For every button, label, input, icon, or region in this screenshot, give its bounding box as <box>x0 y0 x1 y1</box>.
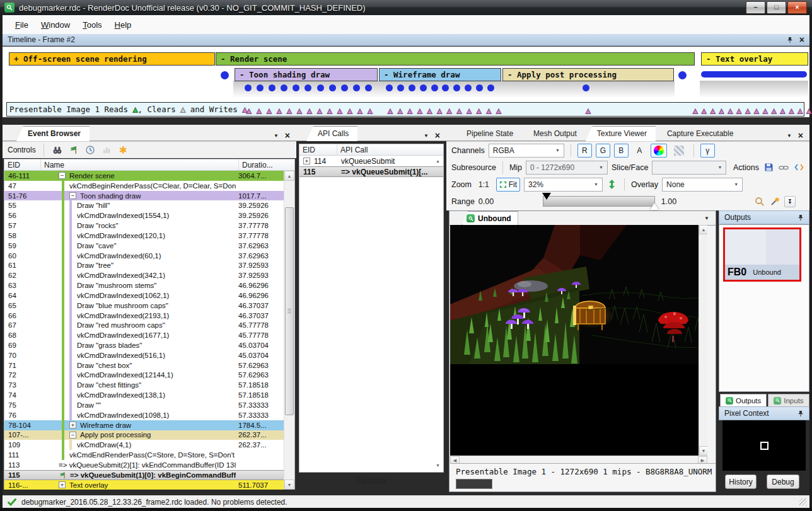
draw-event-dot[interactable] <box>281 84 287 91</box>
write-usage-triangle[interactable]: ▲ <box>447 108 452 116</box>
overlay-select[interactable]: None▼ <box>662 178 743 192</box>
custom-action-icon[interactable] <box>117 144 129 156</box>
write-usage-triangle[interactable]: ▲ <box>388 108 393 116</box>
write-usage-triangle[interactable]: ▲ <box>417 108 422 116</box>
draw-event-dot[interactable] <box>487 84 494 91</box>
pin-icon[interactable] <box>787 37 793 43</box>
scroll-down-icon[interactable]: ▼ <box>699 446 707 456</box>
history-button[interactable]: History <box>725 474 757 489</box>
write-usage-triangle[interactable]: ▲ <box>398 108 403 116</box>
range-max-value[interactable]: 1.00 <box>659 197 690 206</box>
expand-toggle-icon[interactable]: + <box>69 422 76 428</box>
write-usage-triangle[interactable]: ▲ <box>257 108 262 116</box>
column-eid[interactable]: EID <box>299 144 337 155</box>
event-row[interactable]: 76vkCmdDrawIndexed(1098,1)57.33333 <box>4 410 284 420</box>
event-row[interactable]: 58vkCmdDrawIndexed(120,1)37.77778 <box>4 231 284 241</box>
timeline-marker-wireframe[interactable]: - Wireframe draw <box>379 68 501 81</box>
tab-texture-viewer[interactable]: Texture Viewer <box>586 126 656 141</box>
timeline-marker-render-scene[interactable]: - Render scene <box>216 52 695 66</box>
event-row[interactable]: 62vkCmdDrawIndexed(342,1)37.92593 <box>4 270 284 280</box>
event-row[interactable]: 67Draw "red mushroom caps"45.77778 <box>4 320 284 330</box>
scrollbar-thumb[interactable] <box>285 207 294 415</box>
write-usage-triangle[interactable]: ▲ <box>287 108 292 116</box>
event-row[interactable]: 107-...−Apply post processing262.37... <box>4 430 284 440</box>
close-icon[interactable]: × <box>799 37 804 43</box>
write-usage-triangle[interactable]: ▲ <box>307 108 312 116</box>
scroll-up-icon[interactable]: ▲ <box>434 157 442 165</box>
mip-select[interactable]: 0 - 1272x690▼ <box>526 161 608 175</box>
close-icon[interactable]: × <box>435 132 440 139</box>
event-row[interactable]: 47vkCmdBeginRenderPass(C=Clear, D=Clear,… <box>4 181 284 191</box>
zoom-percent-select[interactable]: 32%▼ <box>524 178 603 192</box>
column-duration[interactable]: Duratio... <box>239 159 294 170</box>
minimize-button[interactable]: – <box>746 1 765 14</box>
close-icon[interactable]: × <box>798 132 803 139</box>
channel-alpha-button[interactable]: A <box>632 144 647 158</box>
output-thumbnail-fb0[interactable]: FB0 Unbound <box>723 227 801 282</box>
tab-pipeline-state[interactable]: Pipeline State <box>455 126 522 141</box>
write-usage-triangle[interactable]: ▲ <box>477 108 482 116</box>
event-row[interactable]: 73Draw "chest fittings"57.18518 <box>4 380 284 390</box>
event-row[interactable]: 61Draw "tree"37.92593 <box>4 260 284 270</box>
zoom-fit-button[interactable]: Fit <box>496 178 520 192</box>
write-usage-triangle[interactable]: ▲ <box>357 108 362 116</box>
range-black-handle-icon[interactable] <box>542 193 551 200</box>
tab-event-browser[interactable]: Event Browser <box>16 126 90 141</box>
event-browser-scrollbar[interactable]: ▲ ▼ <box>284 171 294 490</box>
timeline-marker-text-overlay[interactable]: - Text overlay <box>701 52 808 66</box>
draw-dots-postproc[interactable] <box>583 84 589 91</box>
find-icon[interactable] <box>52 144 63 156</box>
event-row[interactable]: 63Draw "mushroom stems"46.96296 <box>4 280 284 290</box>
resource-usage-strip[interactable]: Presentable Image 1 Reads ▲, Clears ▲ an… <box>6 102 804 117</box>
save-icon[interactable] <box>763 162 774 173</box>
tab-unbound[interactable]: Unbound <box>462 211 518 225</box>
event-dot[interactable] <box>678 71 687 79</box>
draw-dots-toon[interactable] <box>245 84 372 91</box>
colorwheel-toggle[interactable] <box>651 144 667 158</box>
event-row[interactable]: 59Draw "cave"37.62963 <box>4 241 284 251</box>
event-row[interactable]: 109vkCmdDraw(4,1)262.37... <box>4 440 284 450</box>
draw-event-dot[interactable] <box>397 84 404 91</box>
link-icon[interactable] <box>778 162 789 173</box>
timeline-marker-offscreen[interactable]: + Off-screen scene rendering <box>9 52 215 66</box>
timeline-marker-postproc[interactable]: - Apply post processing <box>502 68 674 81</box>
slice-face-select[interactable]: ▼ <box>652 161 726 175</box>
event-row[interactable]: 70vkCmdDrawIndexed(516,1)45.03704 <box>4 350 284 360</box>
write-usage-triangle[interactable]: ▲ <box>407 108 412 116</box>
texture-viewport[interactable]: ▲ ▼ <box>450 225 707 456</box>
write-usage-triangle[interactable]: ▲ <box>467 108 472 116</box>
event-row[interactable]: 75Draw ""57.33333 <box>4 400 284 410</box>
event-row[interactable]: 116-...+Text overlay511.7037 <box>4 480 284 490</box>
zoom-1-1-button[interactable]: 1:1 <box>475 178 492 192</box>
autofit-wand-icon[interactable] <box>769 196 780 207</box>
api-call-row[interactable]: 115=> vkQueueSubmit(1)[... <box>299 166 443 177</box>
bookmark-flag-icon[interactable] <box>68 144 79 156</box>
draw-event-dot[interactable] <box>257 84 264 91</box>
draw-event-dot[interactable] <box>365 84 372 91</box>
event-row[interactable]: 71Draw "chest box"57.62963 <box>4 360 284 370</box>
range-white-handle-icon[interactable] <box>650 203 659 210</box>
draw-event-dot[interactable] <box>442 84 449 91</box>
tab-inputs[interactable]: Inputs <box>768 394 809 406</box>
channel-red-button[interactable]: R <box>577 144 592 158</box>
event-browser-header[interactable]: EID Name Duratio... <box>4 159 294 171</box>
write-usage-triangle[interactable]: ▲ <box>267 108 272 116</box>
write-usage-triangle[interactable]: ▲ <box>780 108 786 116</box>
write-usage-triangle[interactable]: ▲ <box>456 108 461 116</box>
draw-event-dot[interactable] <box>583 84 589 91</box>
write-usage-triangle[interactable]: ▲ <box>496 108 501 116</box>
write-usage-triangle[interactable]: ▲ <box>728 108 733 116</box>
api-call-row[interactable]: +114vkQueueSubmit <box>299 156 443 166</box>
menu-file[interactable]: File <box>9 18 35 32</box>
draw-event-dot[interactable] <box>476 84 483 91</box>
write-usage-triangle[interactable]: ▲ <box>297 108 302 116</box>
write-usage-triangle[interactable]: ▲ <box>486 108 491 116</box>
write-usage-triangle[interactable]: ▲ <box>368 108 373 116</box>
channels-select[interactable]: RGBA▼ <box>489 144 564 158</box>
gamma-button[interactable]: γ <box>700 144 715 158</box>
pin-icon[interactable] <box>798 410 804 417</box>
column-name[interactable]: Name <box>41 159 239 170</box>
pixel-context-view[interactable] <box>722 420 806 471</box>
column-eid[interactable]: EID <box>4 159 41 170</box>
event-row[interactable]: 113=> vkQueueSubmit(2)[1]: vkEndCommandB… <box>4 460 284 470</box>
